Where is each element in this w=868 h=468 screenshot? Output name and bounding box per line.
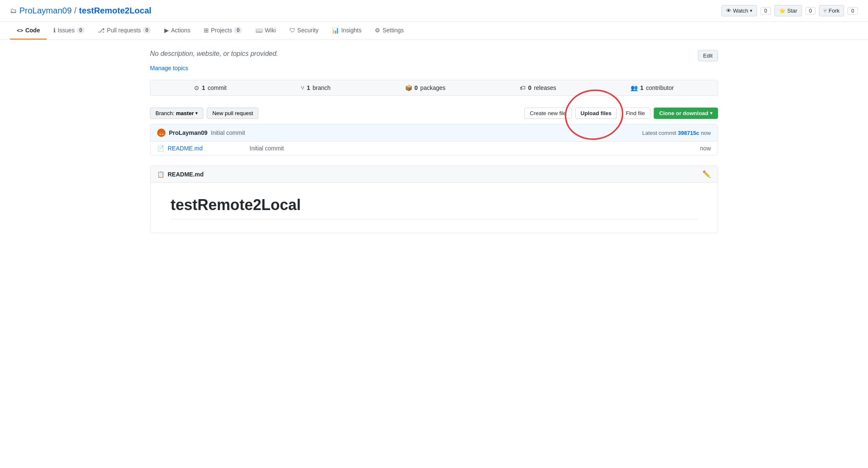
tab-actions[interactable]: ▶ Actions <box>158 22 197 39</box>
packages-stat[interactable]: 📦 0 packages <box>405 84 446 91</box>
fork-icon: ⑂ <box>823 8 827 14</box>
repo-toolbar: Branch: master ▾ New pull request Create… <box>150 103 718 124</box>
code-icon: <> <box>17 27 23 34</box>
contributors-label: contributor <box>646 84 673 91</box>
commits-stat[interactable]: ⊙ 1 commit <box>194 84 226 91</box>
readme-content: testRemote2Local <box>150 183 718 233</box>
branch-selector[interactable]: Branch: master ▾ <box>150 108 203 119</box>
repo-nav: <> Code ℹ Issues 0 ⎇ Pull requests 0 ▶ A… <box>0 22 868 40</box>
commit-hash[interactable]: 398715c <box>678 130 700 136</box>
branches-count: 1 <box>307 84 310 91</box>
tab-actions-label: Actions <box>171 27 190 34</box>
latest-commit-info: Latest commit 398715c now <box>642 130 711 136</box>
separator: / <box>74 6 77 16</box>
branches-label: branch <box>313 84 331 91</box>
branch-label: Branch: <box>155 110 174 116</box>
file-commit-msg: Initial commit <box>241 145 700 152</box>
stats-bar: ⊙ 1 commit ⑂ 1 branch 📦 0 packages 🏷 0 r… <box>150 80 718 96</box>
file-icon: 📄 <box>157 145 164 152</box>
manage-topics-link[interactable]: Manage topics <box>150 65 188 71</box>
commit-bar: 🦊 ProLayman09 Initial commit Latest comm… <box>150 124 718 142</box>
branch-name: master <box>176 110 194 116</box>
releases-icon: 🏷 <box>520 84 526 91</box>
readme-title-text: README.md <box>168 171 204 178</box>
tab-issues-label: Issues <box>58 27 74 34</box>
upload-files-button[interactable]: Upload files <box>575 108 617 119</box>
tab-wiki-label: Wiki <box>265 27 276 34</box>
settings-icon: ⚙ <box>375 27 380 34</box>
fork-button[interactable]: ⑂ Fork <box>819 5 844 16</box>
clone-label: Clone or download <box>659 110 708 116</box>
latest-commit-label: Latest commit <box>642 130 676 136</box>
security-icon: 🛡 <box>289 27 295 34</box>
owner-link[interactable]: ProLayman09 <box>19 6 72 16</box>
packages-label: packages <box>420 84 445 91</box>
tab-wiki[interactable]: 📖 Wiki <box>249 22 282 39</box>
readme-heading: testRemote2Local <box>171 196 697 219</box>
readme-edit-button[interactable]: ✏️ <box>702 170 711 178</box>
tab-security-label: Security <box>297 27 319 34</box>
create-new-file-button[interactable]: Create new file <box>524 108 572 119</box>
watch-count: 0 <box>760 7 771 15</box>
fork-count: 0 <box>847 7 858 15</box>
tab-code[interactable]: <> Code <box>10 22 47 39</box>
tab-pull-requests[interactable]: ⎇ Pull requests 0 <box>91 22 158 39</box>
clone-or-download-button[interactable]: Clone or download ▾ <box>654 108 718 119</box>
contributors-count: 1 <box>640 84 644 91</box>
contributors-stat[interactable]: 👥 1 contributor <box>631 84 674 91</box>
repo-header: 🗂 ProLayman09 / testRemote2Local 👁 Watch… <box>0 0 868 22</box>
edit-button[interactable]: Edit <box>698 50 718 61</box>
readme-section: 📋 README.md ✏️ testRemote2Local <box>150 166 718 233</box>
tab-security[interactable]: 🛡 Security <box>283 22 326 39</box>
commit-time: now <box>701 130 711 136</box>
readme-header: 📋 README.md ✏️ <box>150 166 718 183</box>
releases-count: 0 <box>528 84 531 91</box>
find-file-button[interactable]: Find file <box>620 108 650 119</box>
commits-count: 1 <box>202 84 205 91</box>
pull-requests-icon: ⎇ <box>98 27 105 34</box>
star-label: Star <box>787 8 797 14</box>
tab-pull-requests-label: Pull requests <box>107 27 141 34</box>
tab-issues[interactable]: ℹ Issues 0 <box>47 22 91 39</box>
file-row: 📄 README.md Initial commit now <box>150 142 718 155</box>
issues-icon: ℹ <box>53 27 55 34</box>
upload-files-container: Upload files <box>575 108 617 119</box>
packages-icon: 📦 <box>405 84 412 91</box>
file-name-link[interactable]: README.md <box>168 145 203 152</box>
committer-name[interactable]: ProLayman09 <box>169 129 208 136</box>
star-icon: ⭐ <box>779 8 786 14</box>
star-count: 0 <box>805 7 816 15</box>
description-area: No description, website, or topics provi… <box>150 50 718 61</box>
new-pull-request-button[interactable]: New pull request <box>207 108 258 119</box>
contributors-icon: 👥 <box>631 84 638 91</box>
file-time: now <box>700 145 711 152</box>
watch-icon: 👁 <box>726 8 731 14</box>
committer-avatar: 🦊 <box>157 129 166 137</box>
projects-badge: 0 <box>234 27 242 34</box>
toolbar-right: Create new file Upload files Find file C… <box>524 108 718 119</box>
issues-badge: 0 <box>77 27 85 34</box>
repo-name-link[interactable]: testRemote2Local <box>79 6 151 16</box>
branches-stat[interactable]: ⑂ 1 branch <box>301 84 331 91</box>
star-button[interactable]: ⭐ Star <box>774 5 802 16</box>
commits-label: commit <box>208 84 226 91</box>
projects-icon: ⊞ <box>204 27 209 34</box>
readme-icon: 📋 <box>157 171 164 178</box>
watch-button[interactable]: 👁 Watch ▾ <box>721 5 757 16</box>
file-info: 📄 README.md <box>157 145 241 152</box>
repo-title: 🗂 ProLayman09 / testRemote2Local <box>10 6 151 16</box>
tab-insights[interactable]: 📊 Insights <box>325 22 368 39</box>
tab-settings[interactable]: ⚙ Settings <box>368 22 410 39</box>
fork-label: Fork <box>829 8 839 14</box>
tab-projects-label: Projects <box>211 27 232 34</box>
repo-icon: 🗂 <box>10 7 17 15</box>
toolbar-left: Branch: master ▾ New pull request <box>150 108 258 119</box>
tab-projects[interactable]: ⊞ Projects 0 <box>197 22 249 39</box>
tab-insights-label: Insights <box>341 27 361 34</box>
releases-stat[interactable]: 🏷 0 releases <box>520 84 556 91</box>
releases-label: releases <box>534 84 556 91</box>
readme-title: 📋 README.md <box>157 171 204 178</box>
wiki-icon: 📖 <box>255 27 263 34</box>
repo-actions: 👁 Watch ▾ 0 ⭐ Star 0 ⑂ Fork 0 <box>721 5 858 16</box>
tab-settings-label: Settings <box>382 27 404 34</box>
